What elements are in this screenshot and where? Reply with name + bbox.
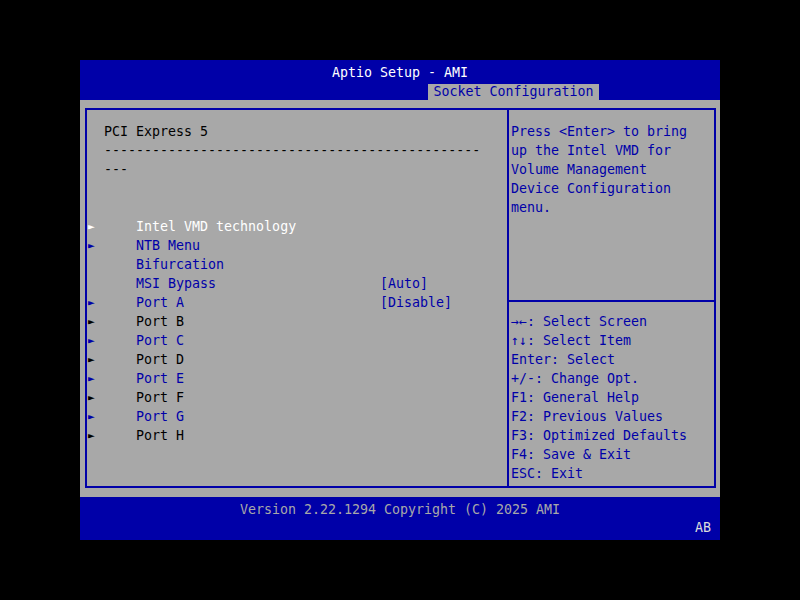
- submenu-arrow-icon: ►: [88, 388, 104, 407]
- hotkey-hint-select-item: ↑↓: Select Item: [511, 331, 631, 350]
- title-bar: Aptio Setup - AMI Socket Configuration: [80, 60, 720, 100]
- footer-bar: Version 2.22.1294 Copyright (C) 2025 AMI…: [80, 497, 720, 540]
- submenu-arrow-icon: ►: [88, 350, 104, 369]
- menu-item-port-g[interactable]: ►Port G: [104, 388, 184, 407]
- hotkey-hint-change-opt: +/-: Change Opt.: [511, 369, 639, 388]
- submenu-arrow-icon: ►: [88, 407, 104, 426]
- submenu-arrow-icon: ►: [88, 217, 104, 236]
- hotkey-hint-esc: ESC: Exit: [511, 464, 583, 483]
- hotkey-hint-f2: F2: Previous Values: [511, 407, 663, 426]
- help-panel-divider: [507, 300, 716, 302]
- menu-item-port-b[interactable]: ►Port B: [104, 293, 184, 312]
- panel-divider: [507, 110, 509, 486]
- hotkey-hint-f4: F4: Save & Exit: [511, 445, 631, 464]
- hotkey-hint-f1: F1: General Help: [511, 388, 639, 407]
- menu-item-label: Port H: [136, 428, 184, 443]
- submenu-arrow-icon: ►: [88, 312, 104, 331]
- help-text-line: Press <Enter> to bring: [511, 122, 687, 141]
- menu-item-intel-vmd-technology[interactable]: ►Intel VMD technology: [104, 198, 296, 217]
- version-text: Version 2.22.1294 Copyright (C) 2025 AMI: [80, 502, 720, 521]
- bios-screen: Aptio Setup - AMI Socket Configuration P…: [80, 60, 720, 540]
- bios-setup-background: { "titlebar": { "title": "Aptio Setup - …: [0, 0, 800, 600]
- option-value[interactable]: [Disable]: [380, 293, 452, 312]
- section-header: PCI Express 5: [104, 122, 208, 141]
- menu-item-port-d[interactable]: ►Port D: [104, 331, 184, 350]
- help-text-line: Volume Management: [511, 160, 647, 179]
- tab-socket-configuration[interactable]: Socket Configuration: [428, 84, 599, 100]
- hotkey-hint-f3: F3: Optimized Defaults: [511, 426, 687, 445]
- option-value[interactable]: [Auto]: [380, 274, 428, 293]
- hotkey-hint-enter: Enter: Select: [511, 350, 615, 369]
- help-text-line: up the Intel VMD for: [511, 141, 671, 160]
- menu-item-ntb-menu[interactable]: ►NTB Menu: [104, 217, 200, 236]
- separator-line: ----------------------------------------…: [104, 141, 480, 160]
- option-bifurcation[interactable]: Bifurcation [Auto]: [104, 236, 224, 255]
- submenu-arrow-icon: ►: [88, 369, 104, 388]
- menu-item-port-h[interactable]: ►Port H: [104, 407, 184, 426]
- option-msi-bypass[interactable]: MSI Bypass [Disable]: [104, 255, 216, 274]
- submenu-arrow-icon: ►: [88, 426, 104, 445]
- page-title: Aptio Setup - AMI: [80, 65, 720, 84]
- help-text-line: Device Configuration: [511, 179, 671, 198]
- submenu-arrow-icon: ►: [88, 331, 104, 350]
- menu-item-port-c[interactable]: ►Port C: [104, 312, 184, 331]
- menu-item-port-e[interactable]: ►Port E: [104, 350, 184, 369]
- submenu-arrow-icon: ►: [88, 293, 104, 312]
- hotkey-hint-select-screen: →←: Select Screen: [511, 312, 647, 331]
- help-text-line: menu.: [511, 198, 551, 217]
- separator-line: ---: [104, 160, 128, 179]
- submenu-arrow-icon: ►: [88, 236, 104, 255]
- menu-item-port-f[interactable]: ►Port F: [104, 369, 184, 388]
- menu-item-port-a[interactable]: ►Port A: [104, 274, 184, 293]
- build-id: AB: [695, 520, 711, 535]
